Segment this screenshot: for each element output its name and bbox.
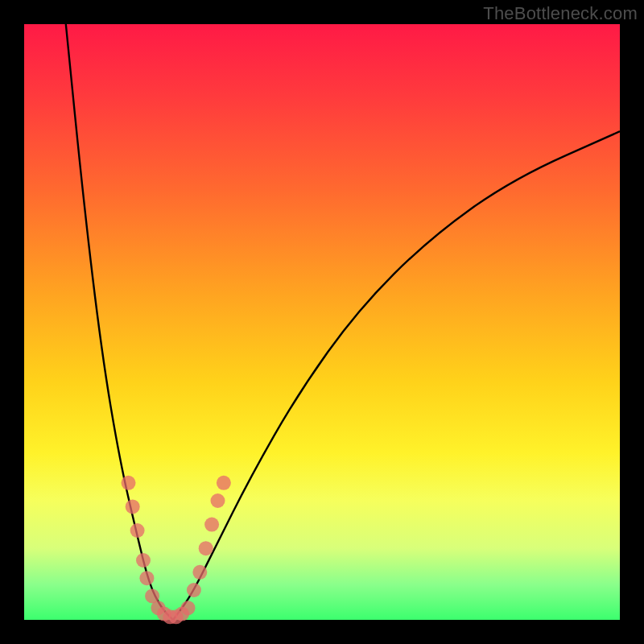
data-point (136, 553, 151, 568)
chart-frame: TheBottleneck.com (0, 0, 644, 644)
watermark-text: TheBottleneck.com (483, 3, 638, 24)
data-point (181, 601, 196, 615)
curves-group (66, 24, 620, 620)
data-point (199, 541, 213, 555)
data-point (217, 476, 231, 490)
data-point (126, 499, 140, 514)
plot-area (24, 24, 620, 620)
data-point (122, 476, 136, 490)
data-point (187, 583, 201, 597)
data-point (192, 565, 207, 580)
curve-curve-left (66, 24, 173, 620)
data-point (211, 493, 225, 508)
data-point (130, 523, 145, 538)
data-point (139, 571, 154, 585)
data-point (204, 518, 219, 532)
curve-svg (24, 24, 620, 620)
curve-curve-right (173, 131, 620, 620)
